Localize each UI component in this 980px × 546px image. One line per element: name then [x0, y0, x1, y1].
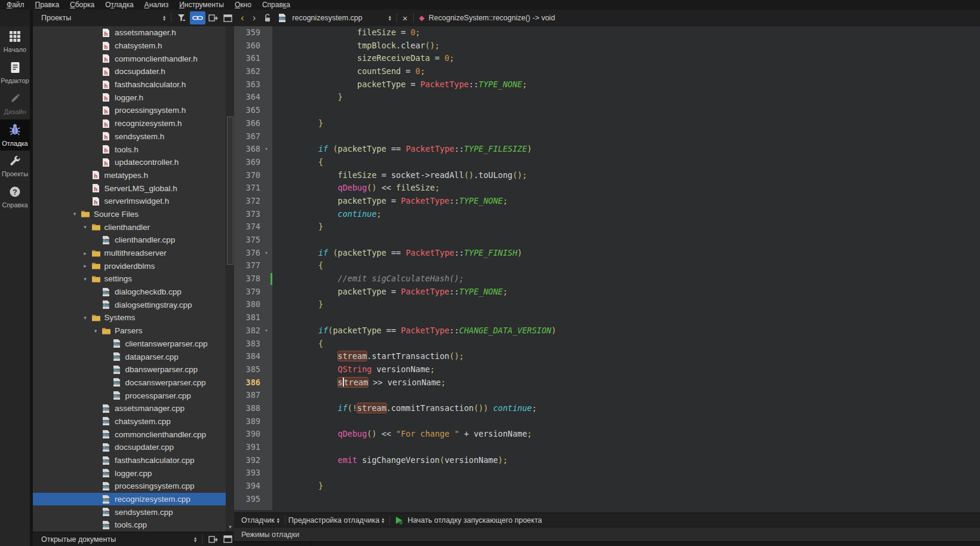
tree-item[interactable]: hupdatecontroller.h: [33, 156, 226, 169]
mode-help[interactable]: ?Справка: [0, 182, 30, 213]
code-area[interactable]: 359 fileSize = 0;360 tmpBlock.clear();36…: [234, 26, 980, 513]
code-line[interactable]: 393: [234, 467, 980, 480]
fold-arrow-icon[interactable]: ▾: [260, 247, 272, 260]
code-line[interactable]: 386 stream >> versionName;: [234, 376, 980, 389]
mode-editor[interactable]: Редактор: [0, 57, 30, 88]
tree-item[interactable]: C++processingsystem.cpp: [33, 480, 226, 493]
code-line[interactable]: 378 //emit sigCalculateHash();: [234, 272, 980, 286]
debugger-preset-dropdown-icon[interactable]: ▴▾: [382, 517, 384, 523]
tree-item[interactable]: C++recognizesystem.cpp: [33, 493, 226, 506]
code-line[interactable]: 361 sizeReceiveData = 0;: [234, 52, 980, 65]
code-line[interactable]: 379 packetType = PacketType::TYPE_NONE;: [234, 286, 980, 299]
code-line[interactable]: 394 }: [234, 480, 980, 493]
tree-item[interactable]: C++processparser.cpp: [33, 389, 226, 402]
tree-item[interactable]: htools.h: [33, 143, 226, 156]
tree-item[interactable]: C++commonclienthandler.cpp: [33, 428, 226, 441]
tree-item[interactable]: C++docsanswerparser.cpp: [33, 376, 226, 389]
code-line[interactable]: 385 QString versionName;: [234, 363, 980, 376]
tree-item[interactable]: C++tools.cpp: [33, 519, 226, 532]
go-forward-icon[interactable]: ›: [248, 10, 260, 26]
start-debug-icon[interactable]: [394, 516, 404, 525]
tree-item[interactable]: ▾Parsers: [33, 324, 226, 338]
code-line[interactable]: 389: [234, 415, 980, 428]
tree-item[interactable]: hrecognizesystem.h: [33, 117, 226, 130]
tree-scrollbar[interactable]: ▾: [226, 26, 234, 532]
tree-item[interactable]: C++clientanswerparser.cpp: [33, 338, 226, 351]
code-line[interactable]: 363 packetType = PacketType::TYPE_NONE;: [234, 78, 980, 91]
code-line[interactable]: 369 {: [234, 156, 980, 169]
close-document-icon[interactable]: ×: [400, 13, 410, 23]
tree-item[interactable]: hServerLMS_global.h: [33, 182, 226, 195]
menu-item-0[interactable]: Файл: [1, 0, 30, 10]
sync-with-editor-icon[interactable]: [190, 11, 205, 24]
code-line[interactable]: 391: [234, 441, 980, 454]
open-documents-dropdown-icon[interactable]: ▴▾: [194, 536, 196, 542]
tree-item[interactable]: ▾settings: [33, 272, 226, 286]
code-line[interactable]: 367: [234, 130, 980, 143]
go-back-icon[interactable]: ‹: [236, 10, 248, 26]
expand-arrow-icon[interactable]: ▾: [69, 211, 81, 217]
code-line[interactable]: 383 {: [234, 338, 980, 351]
document-dropdown-icon[interactable]: ▴▾: [389, 15, 391, 21]
code-line[interactable]: 395: [234, 493, 980, 506]
code-line[interactable]: 373 continue;: [234, 208, 980, 221]
code-line[interactable]: 364 }: [234, 91, 980, 104]
filter-icon[interactable]: [176, 11, 189, 24]
menu-item-2[interactable]: Сборка: [64, 0, 100, 10]
menu-item-4[interactable]: Анализ: [139, 0, 174, 10]
tree-item[interactable]: C++sendsystem.cpp: [33, 505, 226, 519]
code-line[interactable]: 377 {: [234, 259, 980, 272]
panel-selector-dropdown-icon[interactable]: ▴▾: [163, 15, 165, 21]
code-editor[interactable]: 359 fileSize = 0;360 tmpBlock.clear();36…: [234, 26, 980, 546]
mode-debug[interactable]: Отладка: [0, 119, 30, 151]
scroll-down-icon[interactable]: ▾: [226, 524, 234, 530]
expand-arrow-icon[interactable]: ▾: [79, 224, 91, 230]
tree-item[interactable]: hcommonclienthandler.h: [33, 52, 226, 65]
code-line[interactable]: 390 qDebug() << "For change " + versionN…: [234, 428, 980, 441]
tree-item[interactable]: C++fasthashcalculator.cpp: [33, 454, 226, 467]
menu-item-1[interactable]: Правка: [30, 0, 65, 10]
tree-item[interactable]: C++assetsmanager.cpp: [33, 402, 226, 415]
tree-item[interactable]: hchatsystem.h: [33, 39, 226, 53]
code-line[interactable]: 376▾ if (packetType == PacketType::TYPE_…: [234, 247, 980, 260]
current-symbol[interactable]: RecognizeSystem::recognize() -> void: [429, 14, 555, 22]
tree-item[interactable]: C++dialogsettingstray.cpp: [33, 298, 226, 311]
code-line[interactable]: 380 }: [234, 298, 980, 311]
code-line[interactable]: 392 emit sigChangeVersion(versionName);: [234, 454, 980, 467]
open-document-name[interactable]: recognizesystem.cpp: [292, 14, 362, 22]
mode-projects[interactable]: Проекты: [0, 151, 30, 182]
tree-item[interactable]: ▾Source Files: [33, 208, 226, 221]
menu-item-7[interactable]: Справка: [257, 0, 296, 10]
menu-item-3[interactable]: Отладка: [100, 0, 139, 10]
lock-icon[interactable]: [261, 11, 274, 24]
split-panel-icon[interactable]: [207, 11, 220, 24]
debugger-selector[interactable]: Отладчик: [241, 516, 275, 524]
tree-item[interactable]: hserverlmswidget.h: [33, 195, 226, 208]
tree-scrollbar-thumb[interactable]: [227, 116, 234, 265]
tree-item[interactable]: hlogger.h: [33, 91, 226, 104]
code-line[interactable]: 370 fileSize = socket->readAll().toULong…: [234, 169, 980, 182]
start-debug-label[interactable]: Начать отладку запускающего проекта: [407, 516, 542, 524]
code-line[interactable]: 372 packetType = PacketType::TYPE_NONE;: [234, 195, 980, 208]
split-panel-icon[interactable]: [207, 533, 220, 546]
expand-arrow-icon[interactable]: ▸: [79, 250, 91, 256]
code-line[interactable]: 387: [234, 389, 980, 402]
tree-item[interactable]: ▾clienthandler: [33, 220, 226, 234]
tree-item[interactable]: hdocsupdater.h: [33, 65, 226, 78]
tree-item[interactable]: C++chatsystem.cpp: [33, 415, 226, 428]
expand-arrow-icon[interactable]: ▸: [79, 263, 91, 269]
close-panel-icon[interactable]: [221, 11, 234, 24]
tree-item[interactable]: hsendsystem.h: [33, 130, 226, 143]
code-line[interactable]: 362 countSend = 0;: [234, 65, 980, 78]
menu-item-6[interactable]: Окно: [229, 0, 257, 10]
code-line[interactable]: 384 stream.startTransaction();: [234, 350, 980, 363]
code-line[interactable]: 360 tmpBlock.clear();: [234, 39, 980, 53]
fold-arrow-icon[interactable]: ▾: [260, 143, 272, 156]
tree-item[interactable]: C++dbanswerparser.cpp: [33, 363, 226, 376]
code-line[interactable]: 374 }: [234, 220, 980, 234]
code-line[interactable]: 365: [234, 104, 980, 117]
tree-item[interactable]: ▸multithreadserver: [33, 247, 226, 260]
close-panel-icon[interactable]: [221, 533, 234, 546]
tree-item[interactable]: hfasthashcalculator.h: [33, 78, 226, 91]
tree-item[interactable]: C++dataparser.cpp: [33, 350, 226, 363]
